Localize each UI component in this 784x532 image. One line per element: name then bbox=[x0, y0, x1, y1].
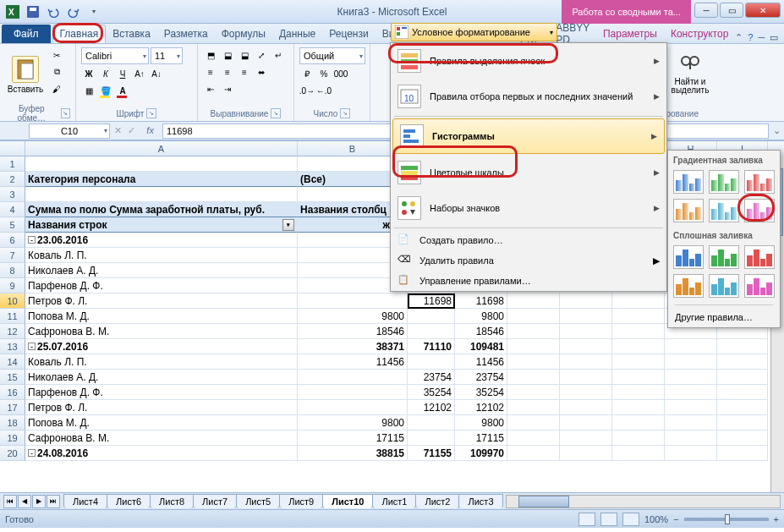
cf-clear-rules[interactable]: ⌫Удалить правила▶ bbox=[391, 250, 666, 271]
font-size-combo[interactable]: 11 bbox=[151, 47, 183, 64]
cell[interactable] bbox=[25, 156, 298, 172]
sheet-next-icon[interactable]: ▶ bbox=[32, 495, 46, 508]
grow-font-icon[interactable]: A↑ bbox=[132, 66, 147, 81]
collapse-icon[interactable]: - bbox=[28, 449, 36, 457]
cell[interactable]: Николаев А. Д. bbox=[25, 370, 298, 385]
row-header[interactable]: 13 bbox=[0, 339, 25, 354]
cell[interactable]: -23.06.2016 bbox=[25, 233, 298, 248]
cell[interactable] bbox=[665, 354, 717, 370]
number-launcher[interactable]: ↘ bbox=[340, 108, 350, 118]
excel-icon[interactable]: X bbox=[3, 3, 22, 21]
align-right-icon[interactable]: ≡ bbox=[237, 64, 252, 80]
cell[interactable] bbox=[612, 309, 665, 324]
cell[interactable]: Названия строк▾ bbox=[25, 217, 298, 233]
cell[interactable] bbox=[507, 431, 560, 446]
cell[interactable] bbox=[665, 415, 717, 431]
italic-icon[interactable]: К bbox=[98, 66, 113, 81]
align-middle-icon[interactable]: ⬓ bbox=[220, 47, 235, 63]
solid-purple[interactable] bbox=[744, 274, 775, 298]
cell[interactable]: 11456 bbox=[298, 354, 408, 370]
qat-dropdown-icon[interactable]: ▾ bbox=[85, 3, 103, 21]
cell[interactable] bbox=[665, 446, 717, 461]
cell[interactable] bbox=[507, 293, 560, 309]
align-top-icon[interactable]: ⬒ bbox=[203, 47, 218, 63]
cf-new-rule[interactable]: 📄Создать правило… bbox=[391, 230, 666, 250]
row-header[interactable]: 2 bbox=[0, 172, 25, 187]
align-bottom-icon[interactable]: ⬓ bbox=[237, 47, 252, 63]
cell[interactable] bbox=[560, 385, 612, 400]
row-header[interactable]: 1 bbox=[0, 156, 25, 172]
zoom-in-icon[interactable]: + bbox=[774, 514, 779, 524]
cell[interactable] bbox=[717, 354, 768, 370]
cell[interactable]: Коваль Л. П. bbox=[25, 248, 298, 263]
gradient-purple[interactable] bbox=[744, 199, 775, 222]
cell[interactable]: 9800 bbox=[298, 309, 408, 324]
solid-lightblue[interactable] bbox=[709, 274, 739, 298]
cell[interactable] bbox=[507, 385, 560, 400]
cell[interactable]: 35254 bbox=[455, 385, 507, 400]
cell[interactable] bbox=[298, 385, 408, 400]
cf-data-bars[interactable]: Гистограммы▶ bbox=[392, 118, 665, 154]
cell[interactable] bbox=[560, 324, 612, 339]
sheet-prev-icon[interactable]: ◀ bbox=[18, 495, 31, 508]
page-layout-view-icon[interactable] bbox=[600, 513, 617, 526]
filter-dropdown-icon[interactable]: ▾ bbox=[282, 219, 294, 231]
number-format-combo[interactable]: Общий bbox=[299, 47, 365, 64]
row-header[interactable]: 3 bbox=[0, 187, 25, 202]
cell[interactable] bbox=[507, 400, 560, 415]
row-header[interactable]: 8 bbox=[0, 263, 25, 278]
gradient-lightblue[interactable] bbox=[709, 199, 739, 222]
cell[interactable] bbox=[408, 309, 455, 324]
row-header[interactable]: 6 bbox=[0, 233, 25, 248]
solid-blue[interactable] bbox=[673, 245, 704, 269]
cut-icon[interactable]: ✂ bbox=[49, 47, 64, 63]
close-button[interactable]: ✕ bbox=[745, 3, 781, 18]
col-header-a[interactable]: A bbox=[25, 141, 298, 156]
find-select-button[interactable]: Найти и выделить bbox=[670, 47, 710, 101]
zoom-knob[interactable] bbox=[725, 514, 730, 524]
zoom-out-icon[interactable]: − bbox=[673, 514, 678, 524]
cell[interactable]: 23754 bbox=[455, 370, 507, 385]
cell[interactable] bbox=[665, 400, 717, 415]
cell[interactable] bbox=[507, 324, 560, 339]
cell[interactable]: -25.07.2016 bbox=[25, 339, 298, 354]
cell[interactable] bbox=[612, 415, 665, 431]
accept-formula-icon[interactable]: ✓ bbox=[128, 125, 135, 136]
underline-icon[interactable]: Ч bbox=[115, 66, 130, 81]
paste-button[interactable]: Вставить bbox=[5, 47, 46, 101]
tab-formulas[interactable]: Формулы bbox=[215, 25, 272, 43]
page-break-view-icon[interactable] bbox=[622, 513, 639, 526]
cell[interactable] bbox=[298, 293, 408, 309]
cell[interactable]: Парфенов Д. Ф. bbox=[25, 385, 298, 400]
zoom-level[interactable]: 100% bbox=[644, 514, 668, 524]
cell[interactable] bbox=[560, 431, 612, 446]
cell[interactable]: 12102 bbox=[408, 400, 455, 415]
cell[interactable] bbox=[665, 431, 717, 446]
cf-top-bottom-rules[interactable]: 10 Правила отбора первых и последних зна… bbox=[391, 79, 666, 114]
gradient-red[interactable] bbox=[744, 170, 775, 194]
cancel-formula-icon[interactable]: ✕ bbox=[114, 125, 122, 136]
cell[interactable] bbox=[612, 339, 665, 354]
zoom-slider[interactable] bbox=[684, 518, 769, 521]
cell[interactable]: Петров Ф. Л. bbox=[25, 293, 298, 309]
cell[interactable]: Категория персонала bbox=[25, 172, 298, 187]
tab-layout[interactable]: Разметка bbox=[157, 25, 215, 43]
decrease-decimal-icon[interactable]: ←.0 bbox=[316, 83, 332, 98]
row-header[interactable]: 16 bbox=[0, 385, 25, 400]
increase-decimal-icon[interactable]: .0→ bbox=[299, 83, 315, 98]
cell[interactable]: 109970 bbox=[455, 446, 507, 461]
more-data-bar-rules[interactable]: Другие правила… bbox=[672, 307, 776, 324]
gradient-orange[interactable] bbox=[673, 199, 704, 222]
merge-icon[interactable]: ⬌ bbox=[254, 64, 269, 80]
cell[interactable] bbox=[717, 400, 768, 415]
cell[interactable] bbox=[507, 415, 560, 431]
cell[interactable]: 109481 bbox=[455, 339, 507, 354]
cell[interactable] bbox=[408, 354, 455, 370]
solid-red[interactable] bbox=[744, 245, 775, 269]
tab-pivot-options[interactable]: Параметры bbox=[596, 25, 664, 43]
font-launcher[interactable]: ↘ bbox=[146, 108, 156, 118]
sheet-last-icon[interactable]: ⏭ bbox=[47, 495, 60, 508]
cell[interactable]: 38371 bbox=[298, 339, 408, 354]
cell[interactable] bbox=[507, 354, 560, 370]
row-header[interactable]: 19 bbox=[0, 431, 25, 446]
